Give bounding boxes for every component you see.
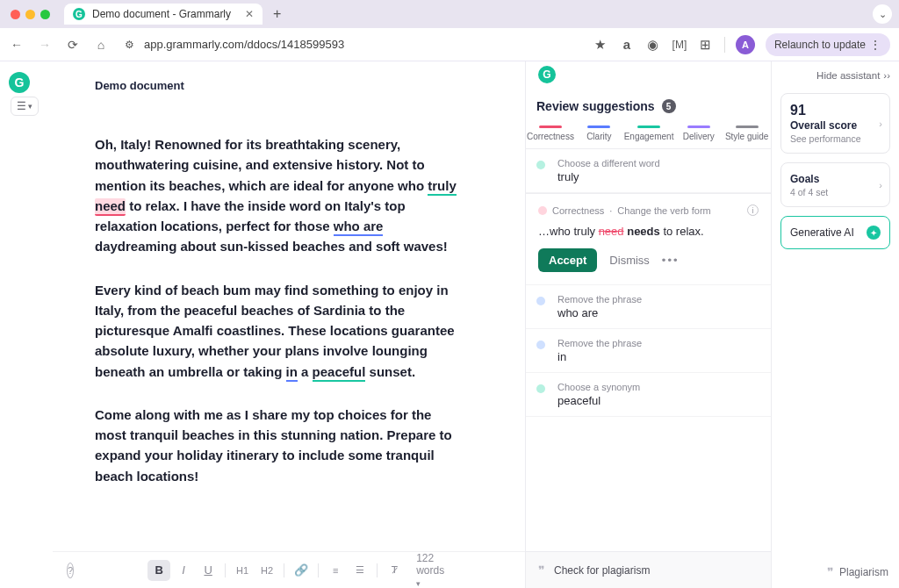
- tab-clarity[interactable]: Clarity: [575, 120, 623, 148]
- numbered-list-button[interactable]: ≡: [324, 560, 347, 581]
- bullet-list-button[interactable]: ☰: [349, 560, 371, 581]
- clear-format-button[interactable]: T̷: [383, 560, 406, 581]
- sparkle-icon: ✦: [867, 226, 881, 240]
- tab-style-guide[interactable]: Style guide: [723, 120, 771, 148]
- suggestion-word: peaceful: [557, 394, 759, 407]
- underline-who-are[interactable]: who are: [334, 219, 384, 236]
- suggestion-word: who are: [557, 306, 759, 319]
- profile-avatar[interactable]: A: [736, 35, 755, 54]
- tab-delivery[interactable]: Delivery: [674, 120, 723, 148]
- review-header: Review suggestions 5: [526, 90, 771, 120]
- home-button[interactable]: ⌂: [93, 38, 109, 52]
- tab-correctness[interactable]: Correctness: [526, 120, 575, 148]
- format-group: B I U H1 H2 🔗 ≡ ☰ T̷: [147, 560, 406, 581]
- quotes-icon: ❞: [827, 565, 834, 579]
- h2-button[interactable]: H2: [255, 560, 278, 581]
- back-button[interactable]: ←: [9, 38, 25, 52]
- goals-sub: 4 of 4 set: [790, 187, 881, 197]
- suggestion-context: …who truly need needs to relax.: [538, 225, 759, 238]
- new-tab-button[interactable]: +: [273, 6, 281, 22]
- close-tab-icon[interactable]: ✕: [245, 8, 254, 20]
- engagement-dot-icon: [536, 161, 545, 169]
- grammarly-logo-icon[interactable]: G: [9, 72, 30, 93]
- overall-score-card[interactable]: 91 Overall score See performance ›: [780, 93, 890, 154]
- toolbar-right: ★ a ◉ [M] ⊞ A Relaunch to update ⋮: [593, 33, 890, 56]
- more-options-icon[interactable]: •••: [662, 254, 680, 267]
- browser-tab[interactable]: G Demo document - Grammarly ✕: [64, 4, 263, 25]
- chevron-right-icon: ›: [879, 180, 882, 190]
- italic-button[interactable]: I: [172, 560, 195, 581]
- generative-ai-card[interactable]: Generative AI ✦: [780, 216, 890, 249]
- relaunch-button[interactable]: Relaunch to update ⋮: [766, 33, 890, 56]
- accept-button[interactable]: Accept: [538, 248, 597, 272]
- document-menu-button[interactable]: ☰▾: [11, 97, 39, 116]
- paragraph-3[interactable]: Come along with me as I share my top cho…: [95, 405, 464, 486]
- grammarly-favicon-icon: G: [73, 8, 85, 20]
- word-count[interactable]: 122 words ▾: [416, 552, 444, 589]
- suggestion-label: Choose a different word: [557, 158, 759, 169]
- site-settings-icon[interactable]: ⚙: [121, 39, 137, 51]
- chevron-right-icon: ››: [883, 70, 890, 81]
- bold-button[interactable]: B: [147, 560, 170, 581]
- hide-assistant-button[interactable]: Hide assistant››: [780, 70, 890, 81]
- browser-chrome: G Demo document - Grammarly ✕ + ⌄ ← → ⟳ …: [0, 0, 899, 61]
- score-title: Overall score: [790, 119, 881, 132]
- extension-brackets-icon[interactable]: [M]: [672, 39, 687, 51]
- extension-swirl-icon[interactable]: ◉: [645, 37, 661, 53]
- maximize-window-icon[interactable]: [40, 10, 50, 19]
- underline-in[interactable]: in: [286, 364, 298, 382]
- extension-a-icon[interactable]: a: [619, 37, 635, 52]
- score-value: 91: [790, 103, 881, 118]
- extensions-icon[interactable]: ⊞: [698, 37, 714, 53]
- underline-truly[interactable]: truly: [428, 178, 457, 196]
- underline-button[interactable]: U: [197, 560, 219, 581]
- app-body: G ☰▾ Demo document Oh, Italy! Renowned f…: [0, 61, 899, 588]
- editor-pane: Demo document Oh, Italy! Renowned for it…: [53, 61, 526, 588]
- left-rail: G ☰▾: [0, 61, 53, 588]
- document-title[interactable]: Demo document: [95, 79, 483, 92]
- plagiarism-rail-button[interactable]: ❞ Plagiarism: [827, 565, 888, 579]
- window-controls: [11, 10, 50, 19]
- browser-menu-icon[interactable]: ⋮: [869, 38, 881, 52]
- suggestion-word: in: [557, 350, 759, 363]
- suggestions-panel: G Review suggestions 5 Correctness Clari…: [526, 61, 772, 588]
- separator: [318, 563, 319, 577]
- underline-need[interactable]: need: [95, 198, 126, 216]
- plagiarism-label: Check for plagiarism: [554, 564, 650, 577]
- forward-button: →: [37, 38, 53, 52]
- info-icon[interactable]: i: [747, 204, 759, 216]
- paragraph-2[interactable]: Every kind of beach bum may find somethi…: [95, 280, 464, 382]
- url-field[interactable]: ⚙ app.grammarly.com/ddocs/1418599593: [121, 38, 580, 51]
- goals-card[interactable]: Goals 4 of 4 set ›: [780, 162, 890, 207]
- suggestion-peaceful[interactable]: Choose a synonym peaceful: [526, 373, 771, 417]
- right-rail: Hide assistant›› 91 Overall score See pe…: [772, 61, 899, 588]
- strike-word: need: [599, 225, 624, 238]
- close-window-icon[interactable]: [11, 10, 20, 19]
- suggestion-in[interactable]: Remove the phrase in: [526, 329, 771, 373]
- category-label: Correctness: [552, 205, 604, 216]
- separator: [724, 37, 725, 53]
- help-icon[interactable]: ?: [67, 563, 74, 578]
- minimize-window-icon[interactable]: [25, 10, 35, 19]
- tabs-overflow-button[interactable]: ⌄: [873, 4, 892, 24]
- suggestion-who-are[interactable]: Remove the phrase who are: [526, 285, 771, 329]
- suggestion-word: truly: [557, 170, 759, 183]
- plagiarism-check-bar[interactable]: ❞ Check for plagiarism: [526, 551, 771, 588]
- suggestion-truly[interactable]: Choose a different word truly: [526, 149, 771, 193]
- underline-peaceful[interactable]: peaceful: [313, 364, 366, 382]
- panel-header: G: [526, 61, 771, 90]
- tab-engagement[interactable]: Engagement: [623, 120, 675, 148]
- link-button[interactable]: 🔗: [290, 560, 313, 581]
- clarity-dot-icon: [536, 297, 545, 305]
- correctness-header: Correctness · Change the verb form i: [538, 204, 759, 216]
- suggestion-label: Remove the phrase: [557, 294, 759, 305]
- paragraph-1[interactable]: Oh, Italy! Renowned for its breathtaking…: [95, 134, 464, 257]
- reload-button[interactable]: ⟳: [65, 38, 81, 52]
- grammarly-small-icon: G: [538, 66, 556, 83]
- bookmark-icon[interactable]: ★: [593, 37, 608, 53]
- dismiss-button[interactable]: Dismiss: [609, 254, 650, 267]
- h1-button[interactable]: H1: [231, 560, 254, 581]
- category-tabs: Correctness Clarity Engagement Delivery …: [526, 120, 771, 149]
- document-content[interactable]: Oh, Italy! Renowned for its breathtaking…: [95, 134, 464, 486]
- suggestion-list: Choose a different word truly Correctnes…: [526, 149, 771, 551]
